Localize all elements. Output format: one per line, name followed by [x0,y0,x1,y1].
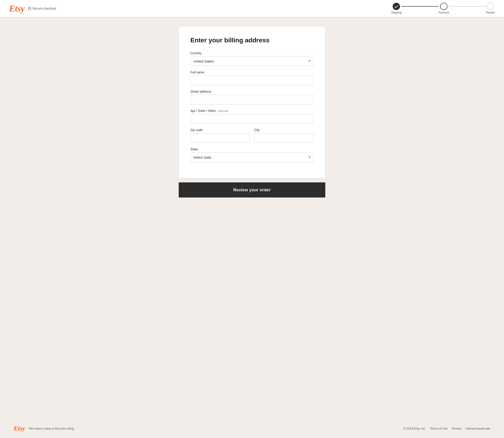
footer-left: Etsy We make it easy to find your thing. [14,425,74,432]
step-payment: Payment [438,3,449,14]
footer-tagline: We make it easy to find your thing. [29,427,74,430]
step-connector-2 [449,6,486,7]
step-label-payment: Payment [438,11,449,14]
country-select[interactable]: United States Canada United Kingdom Aust… [190,56,314,66]
zip-code-group: Zip code [190,128,250,143]
form-title: Enter your billing address [190,37,314,44]
zip-city-row: Zip code City [190,128,314,147]
apt-suite-group: Apt / Suite / Other optional [190,109,314,124]
progress-steps: Shipping Payment Review [391,3,495,14]
step-circle-shipping [393,3,400,10]
footer-link-privacy[interactable]: Privacy [452,427,462,430]
form-card: Enter your billing address Country Unite… [179,26,325,178]
footer-right: © 2019 Etsy, Inc. Terms of Use Privacy I… [403,427,490,430]
footer-link-terms[interactable]: Terms of Use [430,427,448,430]
state-select-wrapper: Select state Alabama Alaska Arizona Cali… [190,153,314,162]
etsy-logo: Etsy [9,4,25,13]
footer-copyright: © 2019 Etsy, Inc. [403,427,426,430]
step-circle-review [487,3,494,10]
country-label: Country [190,51,314,55]
step-label-review: Review [486,11,495,14]
street-address-group: Street address [190,90,314,104]
step-label-shipping: Shipping [391,11,402,14]
header-left: Etsy Secure checkout [9,4,56,13]
full-name-label: Full name [190,70,314,74]
full-name-input[interactable] [190,76,314,85]
state-select[interactable]: Select state Alabama Alaska Arizona Cali… [190,153,314,162]
city-group: City [254,128,314,143]
apt-suite-optional: optional [218,109,228,113]
country-select-wrapper: United States Canada United Kingdom Aust… [190,56,314,66]
footer-link-interest-ads[interactable]: Interest-based ads [466,427,490,430]
apt-suite-input[interactable] [190,114,314,124]
state-label: State [190,147,314,151]
footer: Etsy We make it easy to find your thing.… [0,418,504,438]
step-circle-payment [440,3,447,10]
country-group: Country United States Canada United King… [190,51,314,66]
apt-suite-label: Apt / Suite / Other optional [190,109,314,113]
zip-code-input[interactable] [190,133,250,143]
secure-checkout: Secure checkout [28,7,56,10]
secure-checkout-label: Secure checkout [32,7,56,10]
step-review: Review [486,3,495,14]
header: Etsy Secure checkout Shipping Payment [0,0,504,17]
footer-logo: Etsy [14,425,25,432]
city-input[interactable] [254,133,314,143]
step-connector-1 [401,6,438,7]
main-content: Enter your billing address Country Unite… [0,17,504,418]
svg-rect-0 [28,8,31,10]
lock-icon [28,7,31,10]
full-name-group: Full name [190,70,314,85]
street-address-label: Street address [190,90,314,93]
zip-code-label: Zip code [190,128,250,132]
step-shipping: Shipping [391,3,402,14]
state-group: State Select state Alabama Alaska Arizon… [190,147,314,162]
street-address-input[interactable] [190,95,314,104]
review-order-button[interactable]: Review your order [179,182,325,197]
city-label: City [254,128,314,132]
